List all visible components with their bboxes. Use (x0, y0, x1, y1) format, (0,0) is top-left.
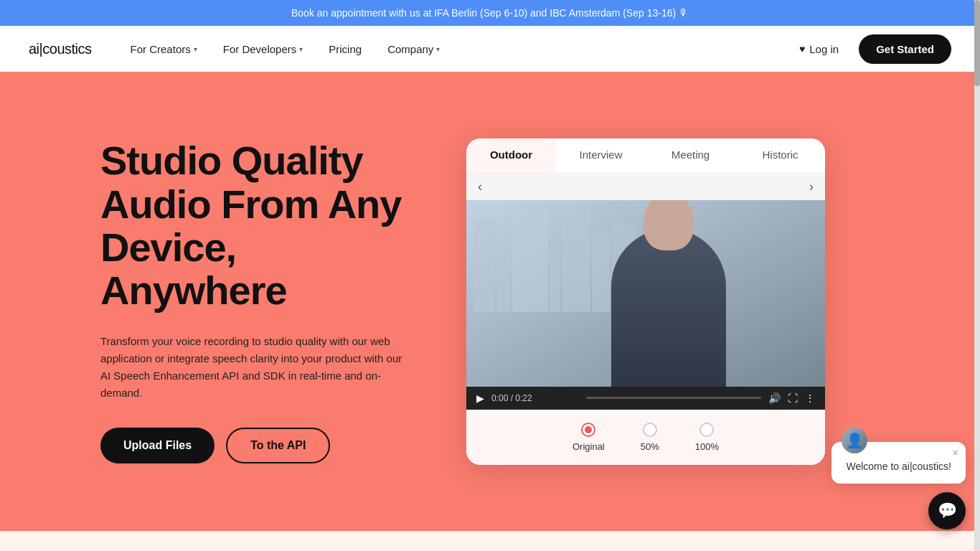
more-icon[interactable]: ⋮ (805, 392, 815, 404)
nav-for-creators[interactable]: For Creators ▾ (121, 37, 207, 61)
hero-description: Transform your voice recording to studio… (100, 333, 409, 402)
hero-text-block: Studio Quality Audio From Any Device, An… (100, 139, 409, 463)
chevron-down-icon: ▾ (194, 45, 197, 53)
radio-original[interactable]: Original (573, 423, 605, 452)
upload-files-button[interactable]: Upload Files (100, 428, 215, 463)
logo-text: ai|coustics (29, 41, 92, 57)
video-controls-bar: ▶ 0:00 / 0:22 🔊 ⛶ ⋮ (466, 387, 825, 410)
nav-pricing[interactable]: Pricing (319, 37, 372, 61)
chat-widget: 👤 × Welcome to ai|coustics! 💬 (831, 442, 966, 529)
person-head (644, 200, 694, 250)
chevron-down-icon: ▾ (436, 45, 440, 53)
below-fold-section (0, 531, 980, 551)
radio-original-label: Original (573, 441, 605, 452)
radio-100-label: 100% (695, 441, 719, 452)
prev-video-button[interactable]: ‹ (472, 176, 488, 197)
announcement-bar: Book an appointment with us at IFA Berli… (0, 0, 980, 26)
chevron-down-icon: ▾ (299, 45, 303, 53)
person-figure (611, 229, 726, 387)
tab-historic[interactable]: Historic (735, 138, 825, 173)
tab-meeting[interactable]: Meeting (646, 138, 735, 173)
hero-buttons: Upload Files To the API (100, 428, 409, 463)
chat-icon: 💬 (938, 501, 957, 520)
nav-for-developers[interactable]: For Developers ▾ (213, 37, 314, 61)
nav-company[interactable]: Company ▾ (377, 37, 450, 61)
login-button[interactable]: ♥ Log in (791, 37, 847, 61)
video-timestamp: 0:00 / 0:22 (491, 393, 579, 403)
radio-50-circle[interactable] (643, 423, 657, 437)
hero-title: Studio Quality Audio From Any Device, An… (100, 139, 409, 313)
chat-launcher-button[interactable]: 💬 (928, 492, 966, 529)
nav-actions: ♥ Log in Get Started (791, 34, 951, 64)
video-tabs: Outdoor Interview Meeting Historic (466, 138, 825, 174)
heart-icon: ♥ (799, 43, 805, 55)
scrollbar-thumb[interactable] (974, 0, 980, 86)
audio-options: Original 50% 100% (466, 410, 825, 465)
radio-100[interactable]: 100% (695, 423, 719, 452)
radio-100-circle[interactable] (699, 423, 714, 437)
chat-close-button[interactable]: × (953, 448, 958, 458)
navbar: ai|coustics For Creators ▾ For Developer… (0, 26, 980, 72)
avatar-icon: 👤 (846, 432, 864, 449)
nav-links: For Creators ▾ For Developers ▾ Pricing … (121, 37, 791, 61)
video-nav-bar: ‹ › (466, 174, 825, 200)
video-player[interactable] (466, 200, 825, 387)
video-demo-card: Outdoor Interview Meeting Historic ‹ › (466, 138, 825, 465)
chat-avatar: 👤 (842, 428, 867, 453)
radio-50-label: 50% (641, 441, 659, 452)
radio-original-circle[interactable] (581, 423, 595, 437)
video-progress-bar[interactable] (586, 397, 761, 399)
radio-50[interactable]: 50% (641, 423, 659, 452)
tab-interview[interactable]: Interview (556, 138, 646, 173)
to-the-api-button[interactable]: To the API (226, 428, 330, 463)
video-control-icons: 🔊 ⛶ ⋮ (768, 392, 815, 404)
play-button[interactable]: ▶ (476, 392, 484, 404)
logo[interactable]: ai|coustics (29, 41, 92, 57)
volume-icon[interactable]: 🔊 (768, 392, 781, 404)
chat-bubble-text: Welcome to ai|coustics! (846, 461, 951, 472)
scrollbar[interactable] (974, 0, 980, 551)
fullscreen-icon[interactable]: ⛶ (788, 392, 798, 404)
tab-outdoor[interactable]: Outdoor (466, 138, 556, 173)
announcement-text: Book an appointment with us at IFA Berli… (291, 7, 689, 19)
get-started-button[interactable]: Get Started (859, 34, 951, 64)
chat-bubble: 👤 × Welcome to ai|coustics! (831, 442, 966, 484)
next-video-button[interactable]: › (804, 176, 819, 197)
